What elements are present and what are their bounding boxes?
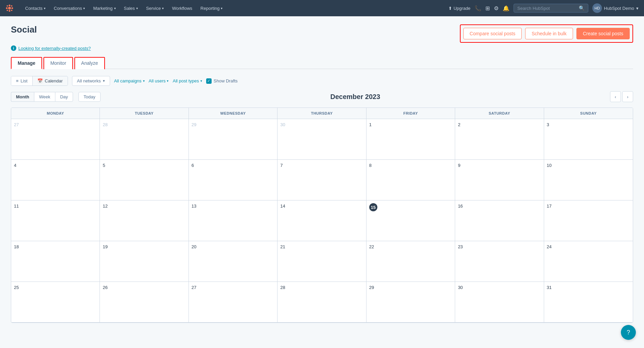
calendar-cell[interactable]: 8: [366, 160, 455, 200]
calendar-cell[interactable]: 5: [100, 160, 189, 200]
networks-dropdown[interactable]: All networks ▾: [72, 76, 110, 86]
compare-social-posts-button[interactable]: Compare social posts: [463, 28, 522, 39]
cal-date: 27: [14, 122, 19, 127]
post-types-label: All post types: [173, 78, 199, 83]
calendar-cell[interactable]: 24: [544, 241, 633, 282]
cal-date: 22: [369, 244, 374, 249]
cal-date: 6: [192, 163, 194, 168]
month-view-button[interactable]: Month: [11, 92, 34, 102]
calendar-cell[interactable]: 25: [11, 282, 100, 323]
calendar-cell[interactable]: 29: [189, 119, 278, 160]
cal-date: 14: [280, 204, 285, 209]
calendar-cell[interactable]: 14: [278, 200, 366, 241]
search-input[interactable]: [517, 6, 576, 11]
networks-label: All networks: [77, 78, 101, 83]
view-toggle: ≡ List 📅 Calendar: [11, 76, 68, 86]
cal-date: 27: [192, 285, 196, 290]
calendar-cell[interactable]: 9: [455, 160, 544, 200]
calendar-cell[interactable]: 1: [366, 119, 455, 160]
nav-sales[interactable]: Sales ▾: [121, 4, 142, 13]
prev-month-button[interactable]: ‹: [610, 91, 621, 102]
search-box[interactable]: 🔍: [514, 4, 588, 13]
grid-icon[interactable]: ⊞: [485, 5, 490, 12]
calendar-cell[interactable]: 3: [544, 119, 633, 160]
calendar-cell[interactable]: 20: [189, 241, 278, 282]
tab-manage[interactable]: Manage: [11, 57, 42, 69]
hubspot-logo[interactable]: [5, 4, 14, 12]
calendar-cell[interactable]: 27: [189, 282, 278, 323]
calendar-cell[interactable]: 27: [11, 119, 100, 160]
calendar-cell[interactable]: 28: [278, 282, 366, 323]
calendar-cell[interactable]: 7: [278, 160, 366, 200]
show-drafts-label: Show Drafts: [214, 78, 238, 83]
list-view-button[interactable]: ≡ List: [11, 76, 33, 85]
calendar-cell[interactable]: 21: [278, 241, 366, 282]
calendar-cell[interactable]: 4: [11, 160, 100, 200]
calendar-cell[interactable]: 19: [100, 241, 189, 282]
cal-date: 2: [458, 122, 460, 127]
nav-right: ⬆ Upgrade 📞 ⊞ ⚙ 🔔 🔍 HD HubSpot Demo ▾: [448, 3, 639, 13]
nav-service[interactable]: Service ▾: [143, 4, 167, 13]
calendar-cell[interactable]: 12: [100, 200, 189, 241]
calendar-cell[interactable]: 26: [100, 282, 189, 323]
calendar-cell[interactable]: 30: [278, 119, 366, 160]
top-navigation: Contacts ▾ Conversations ▾ Marketing ▾ S…: [0, 0, 644, 16]
header-monday: MONDAY: [11, 108, 100, 119]
calendar-cell[interactable]: 30: [455, 282, 544, 323]
tab-monitor[interactable]: Monitor: [43, 57, 73, 69]
calendar-cell[interactable]: 10: [544, 160, 633, 200]
user-name: HubSpot Demo: [604, 6, 634, 11]
cal-date: 30: [458, 285, 463, 290]
page-content: Social Compare social posts Schedule in …: [0, 16, 644, 331]
nav-reporting[interactable]: Reporting ▾: [197, 4, 226, 13]
nav-workflows[interactable]: Workflows: [168, 4, 196, 13]
schedule-in-bulk-button[interactable]: Schedule in bulk: [525, 28, 573, 39]
next-month-button[interactable]: ›: [622, 91, 633, 102]
calendar-cell[interactable]: 28: [100, 119, 189, 160]
users-filter[interactable]: All users ▾: [149, 78, 169, 83]
cal-date: 12: [103, 204, 107, 209]
svg-point-8: [11, 9, 12, 11]
calendar-cell[interactable]: 23: [455, 241, 544, 282]
cal-date: 7: [280, 163, 283, 168]
calendar-cell[interactable]: 31: [544, 282, 633, 323]
settings-icon[interactable]: ⚙: [494, 5, 499, 12]
notifications-icon[interactable]: 🔔: [503, 5, 509, 12]
calendar-cell[interactable]: 2: [455, 119, 544, 160]
post-types-filter[interactable]: All post types ▾: [173, 78, 202, 83]
calendar-cell[interactable]: 15: [366, 200, 455, 241]
nav-links: Contacts ▾ Conversations ▾ Marketing ▾ S…: [22, 4, 448, 13]
calendar-cell[interactable]: 11: [11, 200, 100, 241]
nav-marketing[interactable]: Marketing ▾: [90, 4, 119, 13]
upgrade-button[interactable]: ⬆ Upgrade: [448, 6, 470, 11]
nav-conversations[interactable]: Conversations ▾: [50, 4, 88, 13]
phone-icon[interactable]: 📞: [475, 5, 481, 12]
week-view-button[interactable]: Week: [34, 92, 55, 102]
calendar-cell[interactable]: 16: [455, 200, 544, 241]
calendar-cell[interactable]: 29: [366, 282, 455, 323]
calendar-cell[interactable]: 17: [544, 200, 633, 241]
cal-date: 20: [192, 244, 196, 249]
calendar-cell[interactable]: 13: [189, 200, 278, 241]
search-icon: 🔍: [579, 5, 585, 11]
user-menu[interactable]: HD HubSpot Demo ▾: [592, 3, 639, 13]
month-title: December 2023: [330, 93, 380, 101]
nav-contacts[interactable]: Contacts ▾: [22, 4, 49, 13]
external-notice-link[interactable]: Looking for externally-created posts?: [18, 46, 91, 51]
day-view-button[interactable]: Day: [55, 92, 73, 102]
calendar-cell[interactable]: 22: [366, 241, 455, 282]
tab-analyze[interactable]: Analyze: [74, 57, 105, 69]
cal-date: 8: [369, 163, 372, 168]
today-button[interactable]: Today: [78, 92, 101, 102]
cal-date: 16: [458, 204, 463, 209]
show-drafts-toggle[interactable]: ✓ Show Drafts: [206, 78, 238, 84]
chevron-down-icon: ▾: [162, 6, 164, 10]
calendar-cell[interactable]: 18: [11, 241, 100, 282]
cal-date: 23: [458, 244, 463, 249]
external-notice[interactable]: i Looking for externally-created posts?: [11, 45, 633, 51]
create-social-posts-button[interactable]: Create social posts: [576, 28, 630, 39]
calendar-cell[interactable]: 6: [189, 160, 278, 200]
campaigns-filter[interactable]: All campaigns ▾: [114, 78, 145, 83]
calendar-view-button[interactable]: 📅 Calendar: [33, 76, 68, 85]
list-label: List: [21, 78, 28, 83]
